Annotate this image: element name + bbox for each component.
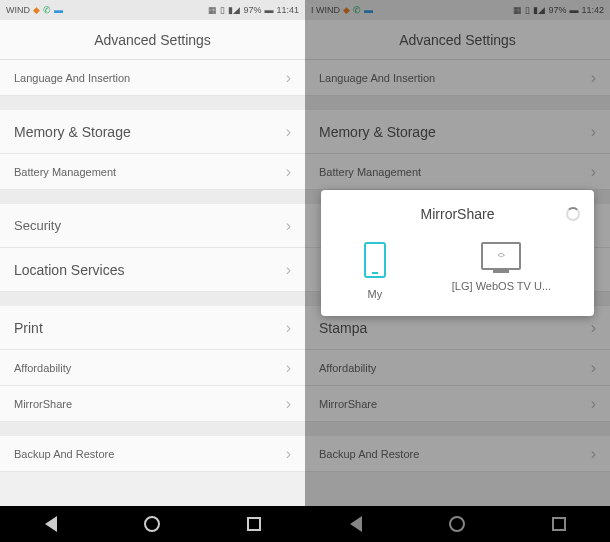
nav-bar (305, 506, 610, 542)
signal-icon: ▮◢ (533, 5, 545, 15)
clock: 11:41 (276, 5, 299, 15)
row-affordability[interactable]: Affordability› (305, 350, 610, 386)
row-backup[interactable]: Backup And Restore› (0, 436, 305, 472)
mirrorshare-dialog: MirrorShare My ⌔ [LG] WebOS TV U... (321, 190, 594, 316)
row-backup[interactable]: Backup And Restore› (305, 436, 610, 472)
chevron-right-icon: › (286, 395, 291, 413)
cloud-icon: ▬ (54, 5, 63, 15)
row-language[interactable]: Language And Insertion› (0, 60, 305, 96)
section-gap (305, 422, 610, 436)
chevron-right-icon: › (286, 261, 291, 279)
page-header: Advanced Settings (305, 20, 610, 60)
nav-back-button[interactable] (40, 513, 62, 535)
nfc-icon: ▦ (208, 5, 217, 15)
back-icon (350, 516, 362, 532)
section-gap (305, 96, 610, 110)
chevron-right-icon: › (286, 163, 291, 181)
row-memory[interactable]: Memory & Storage› (305, 110, 610, 154)
page-title: Advanced Settings (399, 32, 516, 48)
page-title: Advanced Settings (94, 32, 211, 48)
row-print[interactable]: Print› (0, 306, 305, 350)
status-bar: WIND ◆ ✆ ▬ ▦ ▯ ▮◢ 97% ▬ 11:41 (0, 0, 305, 20)
device-lg-tv[interactable]: ⌔ [LG] WebOS TV U... (452, 242, 551, 300)
chevron-right-icon: › (591, 359, 596, 377)
nav-home-button[interactable] (446, 513, 468, 535)
device-label: My (368, 288, 383, 300)
chevron-right-icon: › (286, 319, 291, 337)
device-label: [LG] WebOS TV U... (452, 280, 551, 292)
home-icon (144, 516, 160, 532)
clock: 11:42 (581, 5, 604, 15)
phone-icon (364, 242, 386, 278)
chevron-right-icon: › (591, 445, 596, 463)
nav-back-button[interactable] (345, 513, 367, 535)
vibrate-icon: ▯ (220, 5, 225, 15)
row-language[interactable]: Language And Insertion› (305, 60, 610, 96)
whatsapp-icon: ✆ (353, 5, 361, 15)
row-battery[interactable]: Battery Management› (0, 154, 305, 190)
row-mirrorshare[interactable]: MirrorShare› (305, 386, 610, 422)
battery-pct: 97% (548, 5, 566, 15)
settings-list: Language And Insertion› Memory & Storage… (0, 60, 305, 506)
battery-icon: ▬ (264, 5, 273, 15)
nav-bar (0, 506, 305, 542)
chevron-right-icon: › (591, 123, 596, 141)
row-security[interactable]: Security› (0, 204, 305, 248)
row-affordability[interactable]: Affordability› (0, 350, 305, 386)
whatsapp-icon: ✆ (43, 5, 51, 15)
section-gap (0, 422, 305, 436)
chevron-right-icon: › (286, 359, 291, 377)
nav-recent-button[interactable] (243, 513, 265, 535)
chevron-right-icon: › (286, 217, 291, 235)
loading-spinner-icon (566, 207, 580, 221)
notif-icon: ◆ (343, 5, 350, 15)
recent-icon (247, 517, 261, 531)
chevron-right-icon: › (591, 69, 596, 87)
row-mirrorshare[interactable]: MirrorShare› (0, 386, 305, 422)
chevron-right-icon: › (286, 445, 291, 463)
row-battery[interactable]: Battery Management› (305, 154, 610, 190)
nav-recent-button[interactable] (548, 513, 570, 535)
home-icon (449, 516, 465, 532)
nfc-icon: ▦ (513, 5, 522, 15)
recent-icon (552, 517, 566, 531)
notif-icon: ◆ (33, 5, 40, 15)
nav-home-button[interactable] (141, 513, 163, 535)
page-header: Advanced Settings (0, 20, 305, 60)
wifi-icon: ⌔ (498, 250, 505, 262)
screen-right: I WIND ◆ ✆ ▬ ▦ ▯ ▮◢ 97% ▬ 11:42 Advanced… (305, 0, 610, 542)
chevron-right-icon: › (591, 163, 596, 181)
battery-icon: ▬ (569, 5, 578, 15)
battery-pct: 97% (243, 5, 261, 15)
signal-icon: ▮◢ (228, 5, 240, 15)
row-location[interactable]: Location Services› (0, 248, 305, 292)
cloud-icon: ▬ (364, 5, 373, 15)
back-icon (45, 516, 57, 532)
tv-icon: ⌔ (481, 242, 521, 270)
row-memory[interactable]: Memory & Storage› (0, 110, 305, 154)
section-gap (0, 292, 305, 306)
section-gap (0, 96, 305, 110)
dialog-title: MirrorShare (421, 206, 495, 222)
chevron-right-icon: › (591, 395, 596, 413)
chevron-right-icon: › (591, 319, 596, 337)
carrier-label: I WIND (311, 5, 340, 15)
status-bar: I WIND ◆ ✆ ▬ ▦ ▯ ▮◢ 97% ▬ 11:42 (305, 0, 610, 20)
vibrate-icon: ▯ (525, 5, 530, 15)
device-my-phone[interactable]: My (364, 242, 386, 300)
chevron-right-icon: › (286, 123, 291, 141)
screen-left: WIND ◆ ✆ ▬ ▦ ▯ ▮◢ 97% ▬ 11:41 Advanced S… (0, 0, 305, 542)
chevron-right-icon: › (286, 69, 291, 87)
carrier-label: WIND (6, 5, 30, 15)
section-gap (0, 190, 305, 204)
